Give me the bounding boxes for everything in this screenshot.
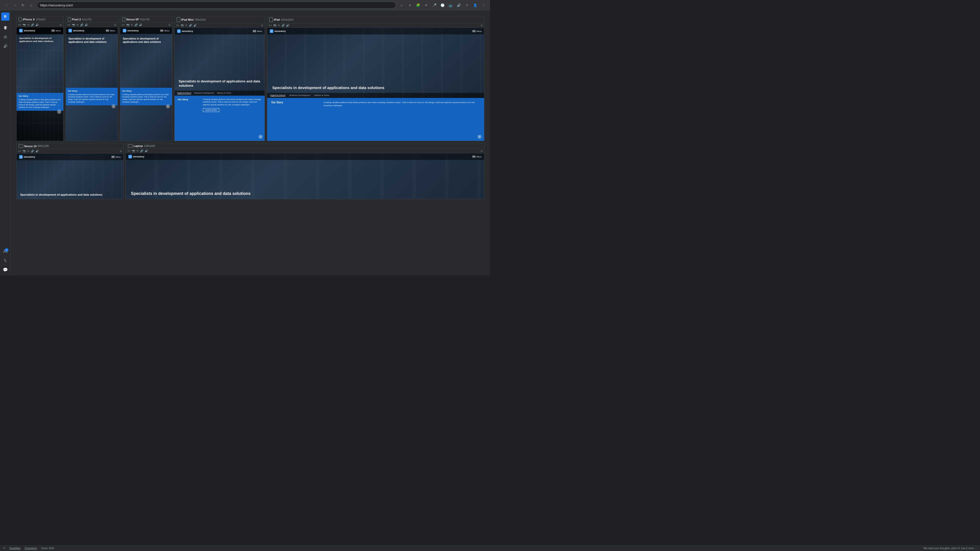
reader-icon[interactable]: ≡ (406, 2, 414, 9)
profile-icon[interactable]: 👤 (472, 2, 479, 9)
scroll-btn-ipadmini[interactable]: ▲ (259, 135, 262, 139)
code-icon-ipad[interactable]: <> (269, 24, 272, 27)
link-icon-ipadmini[interactable]: 🔗 (189, 24, 192, 27)
site-menu-ipad[interactable]: Menu (473, 30, 482, 32)
rotate-icon-ipad[interactable]: ↻ (278, 24, 280, 27)
screen-icon[interactable]: 📺 (447, 2, 454, 9)
link-icon-iphonex[interactable]: 🔗 (31, 24, 34, 26)
code-icon-nexus6p[interactable]: <> (122, 24, 125, 26)
reload-button[interactable]: ↻ (19, 2, 27, 9)
volume-icon-iphonex[interactable]: 🔊 (35, 24, 38, 26)
clock-icon-iphonex[interactable]: ⊙ (60, 24, 62, 26)
nav-link-digital-ipad[interactable]: Digital Architects (270, 94, 285, 97)
address-bar[interactable]: https://securancy.com/ (37, 2, 396, 9)
site-menu-laptop[interactable]: Menu (473, 156, 482, 158)
scroll-indicator-iphonex[interactable]: ▲ (57, 110, 61, 114)
mic-icon[interactable]: 🎤 (431, 2, 438, 9)
camera-icon-nexus10[interactable]: 📷 (23, 150, 26, 152)
scroll-btn-nexus6p[interactable]: ▲ (166, 104, 170, 108)
link-icon-ipad[interactable]: 🔗 (282, 24, 285, 27)
hamburger-ipad[interactable] (473, 30, 476, 32)
home-button[interactable]: ⌂ (27, 2, 35, 9)
link-icon-pixel2[interactable]: 🔗 (80, 24, 83, 26)
code-icon-iphonex[interactable]: <> (18, 24, 21, 26)
volume-icon-nexus10[interactable]: 🔊 (35, 150, 38, 152)
hamburger-ipadmini[interactable] (253, 30, 256, 32)
back-button[interactable]: ← (3, 2, 10, 9)
scroll-btn-ipad[interactable]: ▲ (477, 135, 482, 139)
code-icon-nexus10[interactable]: <> (18, 150, 21, 152)
menu-label-laptop: Menu (476, 156, 482, 158)
device-panel-nexus10: Nexus 10 800x1280 <> 📷 ↻ 🔗 🔊 ⊙ (16, 143, 124, 199)
sidebar-icon-chat[interactable]: 💬 (1, 265, 10, 274)
camera-icon-laptop[interactable]: 📷 (132, 149, 135, 152)
code-icon-pixel2[interactable]: <> (67, 24, 70, 26)
nexus6p-size: 412x732 (140, 18, 150, 21)
link-icon-laptop[interactable]: 🔗 (140, 149, 143, 152)
bookmark-icon[interactable]: ☆ (398, 2, 405, 9)
rotate-icon-iphonex[interactable]: ↻ (27, 24, 29, 26)
site-menu-pixel2[interactable]: Menu (106, 30, 115, 32)
site-menu-iphonex[interactable]: Menu (52, 30, 61, 32)
phone-icon (19, 17, 22, 21)
hamburger-laptop[interactable] (473, 156, 476, 158)
hamburger-pixel2[interactable] (106, 30, 109, 32)
sidebar-icon-puzzle[interactable] (1, 42, 10, 50)
scroll-btn-pixel2[interactable]: ▲ (111, 104, 116, 108)
app-logo[interactable]: R (1, 13, 10, 21)
camera-icon-iphonex[interactable]: 📷 (23, 24, 26, 26)
rotate-icon-nexus10[interactable]: ↻ (27, 150, 29, 152)
camera-icon-nexus6p[interactable]: 📷 (126, 24, 129, 26)
link-icon-nexus10[interactable]: 🔗 (31, 150, 34, 152)
rotate-icon-nexus6p[interactable]: ↻ (131, 24, 133, 26)
site-menu-nexus10[interactable]: Menu (111, 156, 121, 158)
site-logo-ipadmini: S securancy (177, 29, 193, 33)
sidebar-icon-settings[interactable] (1, 33, 10, 41)
hamburger-nexus6p[interactable] (160, 30, 163, 32)
cursor-icon[interactable]: ↖ (463, 2, 471, 9)
brightness-icon[interactable]: ☀ (423, 2, 430, 9)
clock-icon-pixel2[interactable]: ⊙ (114, 24, 116, 26)
nav-link-business-ipadmini[interactable]: Business Development (194, 92, 214, 94)
sidebar-icon-layers[interactable] (1, 24, 10, 32)
clock-icon[interactable]: 🕐 (439, 2, 446, 9)
sidebar-icon-twitter[interactable]: 𝕏 (1, 256, 10, 265)
volume-icon-ipad[interactable]: 🔊 (286, 24, 289, 27)
site-menu-ipadmini[interactable]: Menu (253, 30, 262, 32)
site-menu-nexus6p[interactable]: Menu (160, 30, 169, 32)
nav-link-business-ipad[interactable]: Business Development (290, 94, 310, 97)
camera-icon-ipadmini[interactable]: 📷 (181, 24, 184, 27)
volume-icon-laptop[interactable]: 🔊 (145, 149, 148, 152)
clock-icon-nexus6p[interactable]: ⊙ (169, 24, 170, 26)
clock-icon-ipad[interactable]: ⊙ (480, 24, 483, 27)
site-nav-nexus6p: S securancy Menu (120, 27, 172, 34)
extensions-icon[interactable]: 🧩 (414, 2, 422, 9)
nav-link-mission-ipadmini[interactable]: Mission & Vision (217, 92, 231, 94)
hamburger-iphonex[interactable] (52, 30, 55, 32)
code-icon-ipadmini[interactable]: <> (176, 24, 179, 27)
volume-icon-pixel2[interactable]: 🔊 (85, 24, 88, 26)
volume-icon-ipadmini[interactable]: 🔊 (193, 24, 197, 27)
clock-icon-ipadmini[interactable]: ⊙ (261, 24, 263, 27)
clock-icon-nexus10[interactable]: ⊙ (120, 150, 122, 152)
sidebar-icon-notifications[interactable]: 3 (1, 247, 10, 256)
code-icon-laptop[interactable]: <> (127, 149, 130, 152)
speaker-icon[interactable]: 🔊 (455, 2, 463, 9)
link-icon-nexus6p[interactable]: 🔗 (135, 24, 138, 26)
nav-link-digital-ipadmini[interactable]: Digital Architects (177, 92, 191, 94)
rotate-icon-pixel2[interactable]: ↻ (76, 24, 79, 26)
logo-text-iphonex: securancy (24, 29, 35, 32)
rotate-icon-ipadmini[interactable]: ↻ (185, 24, 187, 27)
forward-button[interactable]: → (11, 2, 18, 9)
hamburger-nexus10[interactable] (111, 156, 115, 158)
rotate-icon-laptop[interactable]: ↻ (137, 149, 138, 152)
nexus6p-label: Nexus 6P (126, 18, 139, 21)
camera-icon-pixel2[interactable]: 📷 (72, 24, 75, 26)
camera-icon-ipad[interactable]: 📷 (273, 24, 277, 27)
menu-icon[interactable]: ⋮ (480, 2, 487, 9)
clock-icon-laptop[interactable]: ⊙ (480, 149, 483, 152)
volume-icon-nexus6p[interactable]: 🔊 (139, 24, 142, 26)
nav-link-mission-ipad[interactable]: Mission & Vision (314, 94, 329, 97)
learn-more-btn-ipadmini[interactable]: LEARN MORE (203, 108, 219, 112)
menu-label-ipadmini: Menu (257, 30, 262, 32)
